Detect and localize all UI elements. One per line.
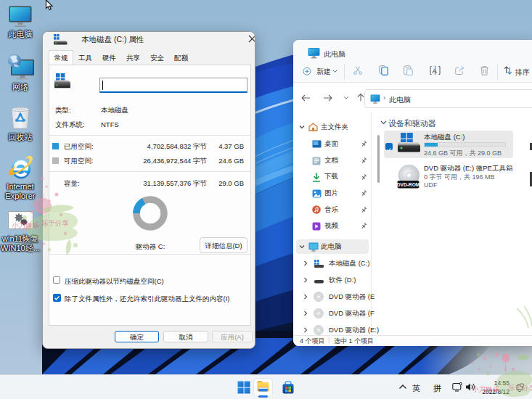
svg-text:DVD-ROM: DVD-ROM xyxy=(397,182,420,187)
svg-text:新建: 新建 xyxy=(316,67,331,75)
